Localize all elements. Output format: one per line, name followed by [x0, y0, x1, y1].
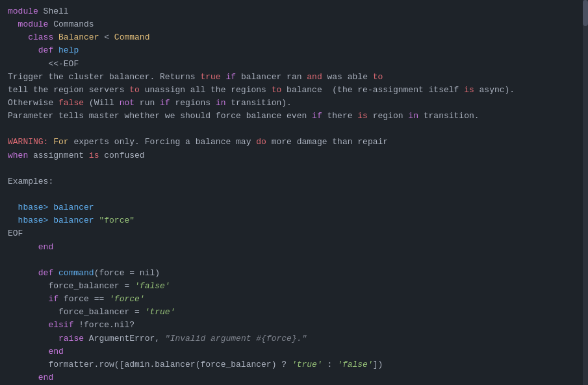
- code-line: end: [0, 371, 588, 384]
- code-line: force_balancer = 'true': [0, 306, 588, 319]
- code-line: raise ArgumentError, "Invalid argument #…: [0, 332, 588, 345]
- code-line: def command(force = nil): [0, 267, 588, 280]
- code-line: hbase> balancer: [0, 201, 588, 214]
- code-line: [0, 254, 588, 267]
- code-line: [0, 123, 588, 136]
- code-line: <<-EOF: [0, 58, 588, 71]
- code-line: [0, 162, 588, 175]
- code-line: tell the region servers to unassign all …: [0, 84, 588, 97]
- code-line: elsif !force.nil?: [0, 319, 588, 332]
- code-line: class Balancer < Command: [0, 31, 588, 44]
- code-line: if force == 'force': [0, 293, 588, 306]
- code-line: Parameter tells master whether we should…: [0, 110, 588, 123]
- code-line: Examples:: [0, 175, 588, 188]
- code-line: module Shell: [0, 5, 588, 18]
- code-line: Otherwise false (Will not run if regions…: [0, 97, 588, 110]
- code-line: def help: [0, 44, 588, 57]
- code-line: module Commands: [0, 18, 588, 31]
- code-line: hbase> balancer "force": [0, 214, 588, 227]
- code-line: [0, 188, 588, 201]
- code-content: module Shell module Commands class Balan…: [0, 5, 588, 385]
- code-line: EOF: [0, 227, 588, 240]
- code-line: end: [0, 345, 588, 358]
- scrollbar[interactable]: [583, 0, 588, 385]
- code-line: Trigger the cluster balancer. Returns tr…: [0, 71, 588, 84]
- code-line: end: [0, 241, 588, 254]
- code-editor: module Shell module Commands class Balan…: [0, 0, 588, 385]
- scrollbar-thumb[interactable]: [583, 0, 588, 26]
- code-line: WARNING: For experts only. Forcing a bal…: [0, 136, 588, 149]
- code-line: when assignment is confused: [0, 149, 588, 162]
- code-line: formatter.row([admin.balancer(force_bala…: [0, 358, 588, 371]
- code-line: force_balancer = 'false': [0, 280, 588, 293]
